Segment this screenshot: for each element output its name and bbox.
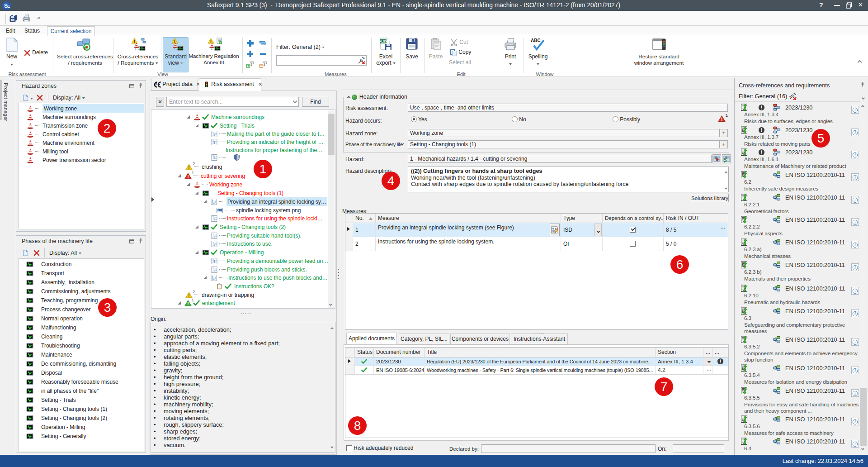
svg-text:ABC: ABC — [531, 38, 541, 43]
svg-text:XLSX: XLSX — [379, 40, 387, 43]
